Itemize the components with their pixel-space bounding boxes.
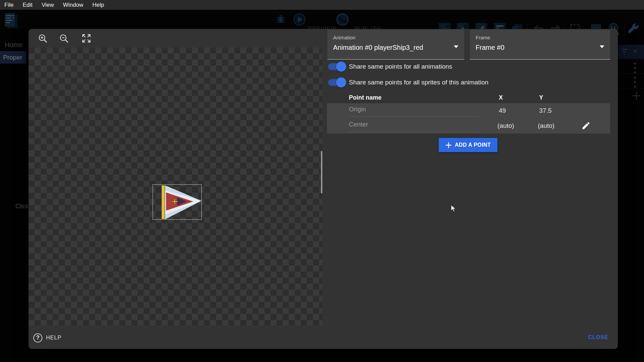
question-icon: ? bbox=[33, 333, 42, 342]
add-point-button[interactable]: ADD A POINT bbox=[439, 138, 497, 152]
menu-help[interactable]: Help bbox=[92, 2, 104, 8]
help-label: HELP bbox=[46, 335, 62, 341]
column-header-point-name: Point name bbox=[349, 94, 381, 101]
share-points-all-animations-label: Share same points for all animations bbox=[349, 63, 452, 70]
point-name-field: Origin bbox=[349, 106, 478, 117]
sprite-canvas[interactable] bbox=[29, 47, 322, 327]
toggle-knob bbox=[336, 77, 346, 87]
menu-view[interactable]: View bbox=[42, 2, 54, 8]
chevron-down-icon bbox=[454, 45, 458, 48]
animation-select-value: Animation #0 playerShip3_red bbox=[333, 44, 423, 51]
zoom-out-icon[interactable] bbox=[59, 33, 69, 43]
frame-select[interactable]: Frame Frame #0 bbox=[470, 30, 610, 60]
point-name-field: Center bbox=[349, 121, 478, 132]
app-window: PREVIEW PUBLISH bbox=[0, 0, 644, 362]
menu-bar: File Edit View Window Help bbox=[0, 0, 644, 10]
point-x-field[interactable]: 49 bbox=[499, 107, 506, 114]
point-y-field[interactable]: 37.5 bbox=[539, 107, 552, 114]
zoom-in-icon[interactable] bbox=[38, 33, 48, 43]
pencil-icon[interactable] bbox=[582, 122, 590, 130]
share-points-all-animations-toggle[interactable] bbox=[328, 62, 346, 72]
column-header-x: X bbox=[499, 94, 503, 101]
sprite-selection-box[interactable] bbox=[153, 184, 202, 220]
close-button[interactable]: CLOSE bbox=[588, 334, 608, 340]
canvas-vertical-scrollbar[interactable] bbox=[321, 151, 322, 193]
frame-select-value: Frame #0 bbox=[476, 44, 505, 51]
menu-window[interactable]: Window bbox=[63, 2, 83, 8]
share-points-all-sprites-toggle[interactable] bbox=[328, 77, 346, 87]
canvas-toolbar bbox=[29, 29, 322, 47]
toggle-knob bbox=[336, 62, 346, 72]
player-ship-sprite bbox=[153, 185, 202, 220]
share-points-all-sprites-label: Share same points for all sprites of thi… bbox=[349, 79, 488, 86]
plus-icon bbox=[445, 142, 452, 148]
point-x-field[interactable]: (auto) bbox=[497, 122, 514, 130]
menu-file[interactable]: File bbox=[4, 2, 13, 8]
points-editor-dialog: Animation Animation #0 playerShip3_red F… bbox=[29, 29, 618, 349]
animation-select-label: Animation bbox=[333, 35, 356, 40]
frame-select-label: Frame bbox=[476, 35, 490, 40]
chevron-down-icon bbox=[600, 45, 604, 48]
dialog-footer: ? HELP CLOSE bbox=[29, 327, 618, 349]
fit-view-icon[interactable] bbox=[81, 33, 91, 43]
point-row-center[interactable]: Center (auto) (auto) bbox=[327, 118, 610, 134]
add-point-label: ADD A POINT bbox=[455, 142, 491, 148]
menu-edit[interactable]: Edit bbox=[23, 2, 32, 8]
column-header-y: Y bbox=[539, 94, 543, 101]
point-y-field[interactable]: (auto) bbox=[538, 122, 555, 130]
help-button[interactable]: ? HELP bbox=[33, 332, 62, 343]
point-row-origin[interactable]: Origin 49 37.5 bbox=[327, 103, 610, 118]
animation-select[interactable]: Animation Animation #0 playerShip3_red bbox=[327, 30, 464, 60]
